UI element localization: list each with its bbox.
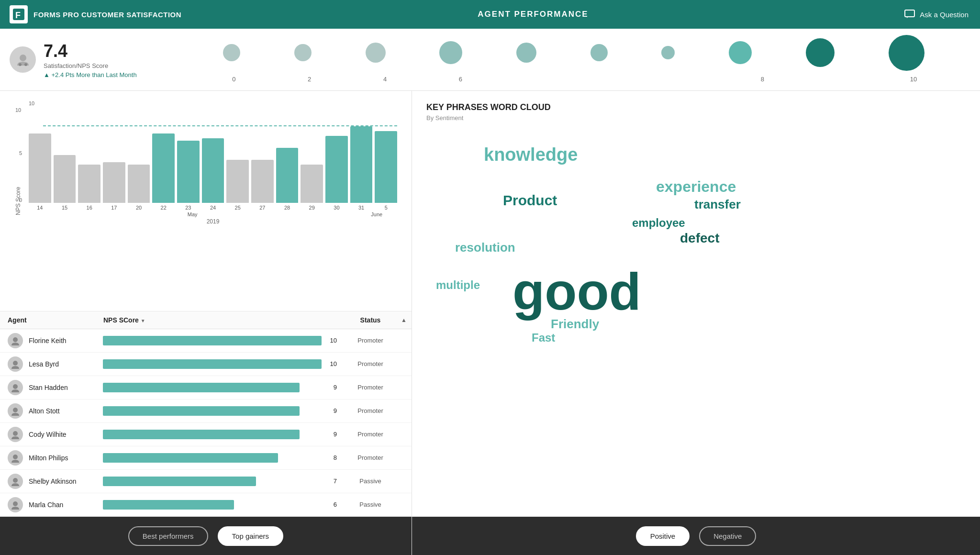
table-row[interactable]: Milton Philips8Promoter xyxy=(0,446,412,470)
nps-bar-fill xyxy=(103,359,322,369)
circle[interactable] xyxy=(806,38,835,67)
status-cell: Promoter xyxy=(337,384,404,391)
nps-bar-bg xyxy=(103,336,322,345)
chart-bar[interactable] xyxy=(276,148,299,203)
svg-point-4 xyxy=(19,63,22,66)
circle[interactable] xyxy=(661,46,675,59)
bar-label: 14 xyxy=(29,205,51,211)
bar-group xyxy=(78,165,100,203)
col-header-nps: NPS SCore ▼ xyxy=(103,316,337,324)
chart-bar[interactable] xyxy=(128,165,150,203)
table-row[interactable]: Shelby Atkinson7Passive xyxy=(0,470,412,493)
circle-label: 0 xyxy=(196,76,272,83)
scroll-up-icon[interactable]: ▲ xyxy=(401,317,407,323)
nps-bar-fill xyxy=(103,477,256,486)
chart-bar[interactable] xyxy=(251,160,274,203)
word-cloud-word[interactable]: Fast xyxy=(532,332,555,344)
word-cloud-area: KEY PHRASES WORD CLOUD By Sentiment know… xyxy=(412,91,980,517)
svg-point-5 xyxy=(24,63,27,66)
nps-bar-fill xyxy=(103,430,300,439)
score-label: Satisfaction/NPS Score xyxy=(44,62,137,69)
circle[interactable] xyxy=(590,44,608,61)
bars-row xyxy=(29,107,397,203)
bar-group xyxy=(251,160,274,203)
col-header-agent: Agent xyxy=(8,316,103,324)
app-title: FORMS PRO CUSTOMER SATISFACTION xyxy=(33,11,181,19)
word-cloud-word[interactable]: employee xyxy=(632,217,685,229)
score-bar: 7.4 Satisfaction/NPS Score ▲ +2.4 Pts Mo… xyxy=(0,29,980,91)
circle-item xyxy=(661,46,675,59)
circle[interactable] xyxy=(516,43,536,63)
bar-group xyxy=(325,136,348,203)
chart-bar[interactable] xyxy=(152,133,175,203)
ask-question-button[interactable]: Ask a Question xyxy=(846,10,980,19)
chart-bar[interactable] xyxy=(226,160,249,203)
chart-bar[interactable] xyxy=(54,155,76,203)
nps-value: 10 xyxy=(325,337,337,344)
circle[interactable] xyxy=(223,44,240,61)
table-header: Agent NPS SCore ▼ Status ▲ xyxy=(0,311,412,329)
status-cell: Passive xyxy=(337,477,404,485)
chart-bar[interactable] xyxy=(350,126,373,203)
circle-label xyxy=(800,76,876,83)
nps-bar-cell: 6 xyxy=(103,500,337,510)
word-cloud-word[interactable]: resolution xyxy=(455,241,515,254)
top-gainers-button[interactable]: Top gainers xyxy=(218,526,284,546)
chart-bar[interactable] xyxy=(301,165,323,203)
score-circles: 0246810 xyxy=(167,35,980,85)
circle[interactable] xyxy=(729,41,752,64)
bar-group xyxy=(29,133,51,203)
circle-label: 2 xyxy=(272,76,347,83)
chart-bar[interactable] xyxy=(103,162,125,203)
table-row[interactable]: Stan Hadden9Promoter xyxy=(0,376,412,400)
sort-icon[interactable]: ▼ xyxy=(141,318,145,323)
bar-group xyxy=(301,165,323,203)
svg-point-7 xyxy=(13,361,18,366)
bar-label: 25 xyxy=(226,205,249,211)
chart-bar[interactable] xyxy=(29,133,51,203)
bar-label: 16 xyxy=(78,205,100,211)
word-cloud-word[interactable]: Friendly xyxy=(551,318,599,330)
nps-value: 7 xyxy=(325,477,337,485)
nps-bar-bg xyxy=(103,453,322,463)
table-row[interactable]: Florine Keith10Promoter xyxy=(0,329,412,353)
nps-value: 8 xyxy=(325,454,337,461)
chart-bar[interactable] xyxy=(78,165,100,203)
chart-bar[interactable] xyxy=(325,136,348,203)
nps-bar-cell: 7 xyxy=(103,477,337,486)
circle-label: 4 xyxy=(347,76,423,83)
circle[interactable] xyxy=(294,44,312,61)
chart-bar[interactable] xyxy=(177,141,200,203)
negative-button[interactable]: Negative xyxy=(699,526,756,546)
best-performers-button[interactable]: Best performers xyxy=(128,526,208,546)
word-cloud-word[interactable]: multiple xyxy=(436,279,480,291)
table-row[interactable]: Cody Wilhite9Promoter xyxy=(0,423,412,446)
word-cloud-word[interactable]: knowledge xyxy=(484,145,578,164)
chart-area: NPS Score 10 10 5 0 14151617202223242527… xyxy=(0,91,412,311)
word-cloud-word[interactable]: transfer xyxy=(694,198,741,211)
bar-label: 24 xyxy=(202,205,224,211)
dashed-line xyxy=(43,125,397,126)
nps-bar-cell: 9 xyxy=(103,383,337,392)
chart-bar[interactable] xyxy=(202,138,224,203)
agent-avatar xyxy=(8,427,23,442)
circle[interactable] xyxy=(366,43,386,63)
word-cloud-word[interactable]: good xyxy=(512,265,641,318)
word-cloud-word[interactable]: defect xyxy=(680,232,719,245)
month2-label: June xyxy=(356,211,397,217)
word-cloud-subtitle: By Sentiment xyxy=(426,114,966,122)
circle[interactable] xyxy=(439,41,462,64)
header-center-title: AGENT PERFORMANCE xyxy=(220,10,846,19)
word-cloud-word[interactable]: Product xyxy=(503,193,557,208)
circle[interactable] xyxy=(889,35,924,71)
table-row[interactable]: Alton Stott9Promoter xyxy=(0,400,412,423)
bar-label: 31 xyxy=(350,205,373,211)
chart-bars-container: 10 5 0 xyxy=(29,107,397,203)
bottom-bar-left: Best performers Top gainers xyxy=(0,517,412,555)
word-cloud-word[interactable]: experience xyxy=(656,179,736,194)
chart-bar[interactable] xyxy=(375,131,397,203)
table-row[interactable]: Lesa Byrd10Promoter xyxy=(0,353,412,376)
positive-button[interactable]: Positive xyxy=(636,526,690,546)
table-row[interactable]: Marla Chan6Passive xyxy=(0,493,412,517)
agent-avatar xyxy=(8,333,23,348)
